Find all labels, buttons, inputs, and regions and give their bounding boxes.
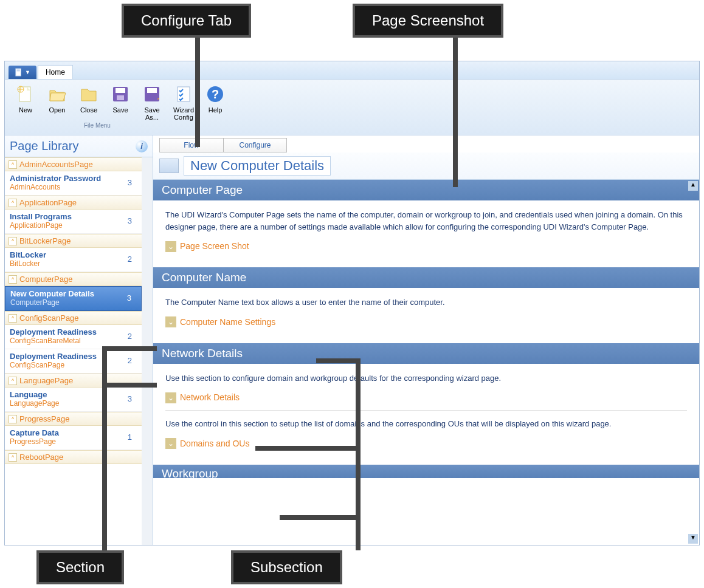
library-item[interactable]: New Computer DetailsComputerPage3 (5, 286, 142, 311)
content-area: ▲ ▼ Computer PageThe UDI Wizard's Comput… (153, 180, 699, 545)
item-subtitle: LanguagePage (10, 399, 59, 408)
item-title: Administrator Password (10, 174, 101, 183)
subsection-toggle[interactable]: ⌄Network Details (165, 391, 687, 404)
category-header[interactable]: ^ConfigScanPage (5, 311, 142, 325)
category-header[interactable]: ^BitLockerPage (5, 234, 142, 248)
category-header[interactable]: ^RebootPage (5, 450, 142, 464)
scroll-down-button[interactable]: ▼ (688, 534, 698, 544)
callout-line (280, 515, 359, 520)
ribbon-new-button[interactable]: New (10, 82, 41, 135)
page-thumbnail-icon (159, 159, 179, 173)
expand-icon: ^ (9, 314, 17, 323)
category-header[interactable]: ^ApplicationPage (5, 196, 142, 210)
callout-line (102, 346, 107, 550)
panel-title: Page Library (10, 139, 78, 153)
app-window: ▼ Home New Open Close Save Save As... Wi… (4, 61, 700, 545)
category-header[interactable]: ^ComputerPage (5, 272, 142, 286)
callout-line (102, 383, 157, 388)
ribbon-group-label: File Menu (84, 122, 111, 129)
page-title-row: New Computer Details (153, 152, 699, 180)
checklist-icon (173, 83, 195, 105)
item-subtitle: ConfigScanBareMetal (10, 337, 97, 345)
library-item[interactable]: Administrator PasswordAdminAccounts3 (5, 171, 142, 196)
item-count: 3 (128, 394, 137, 403)
section-desc: The Computer Name text box allows a user… (165, 296, 687, 309)
folder-icon (78, 83, 100, 105)
ribbon-help-button[interactable]: ? Help (199, 82, 231, 135)
app-menu-button[interactable]: ▼ (9, 66, 36, 79)
ribbon: New Open Close Save Save As... Wizard Co… (5, 80, 699, 135)
scrollbar-thumb[interactable] (143, 159, 151, 256)
folder-open-icon (46, 83, 68, 105)
category-header[interactable]: ^ProgressPage (5, 412, 142, 426)
callout-line (316, 358, 359, 363)
ribbon-label: New (19, 106, 32, 114)
section-body: The UDI Wizard's Computer Page sets the … (153, 200, 699, 267)
expand-icon: ^ (9, 160, 17, 169)
callout-subsection: Subsection (231, 550, 342, 584)
save-icon (109, 83, 131, 105)
subsection-toggle[interactable]: ⌄Computer Name Settings (165, 316, 687, 329)
subsection-toggle[interactable]: ⌄Domains and OUs (165, 437, 687, 450)
chevron-down-icon: ▼ (25, 69, 30, 75)
expand-icon: ^ (9, 199, 17, 207)
scroll-up-button[interactable]: ▲ (688, 181, 698, 191)
tab-flow[interactable]: Flow (159, 138, 223, 152)
callout-line (453, 35, 458, 187)
svg-rect-10 (147, 88, 157, 93)
ribbon-label: Save (112, 106, 128, 114)
library-item[interactable]: LanguageLanguagePage3 (5, 388, 142, 412)
subsection-name: Domains and OUs (180, 437, 249, 450)
callout-page-screenshot: Page Screenshot (353, 4, 503, 38)
callout-line (356, 358, 361, 550)
category-name: RebootPage (19, 453, 63, 462)
ribbon-label: Wizard Config (171, 106, 196, 121)
chevron-down-icon: ⌄ (165, 316, 176, 327)
svg-rect-2 (17, 70, 20, 71)
library-item[interactable]: Capture DataProgressPage1 (5, 426, 142, 450)
callout-section: Section (36, 550, 124, 584)
subsection-name: Network Details (180, 391, 240, 404)
section-desc: The UDI Wizard's Computer Page sets the … (165, 209, 687, 233)
category-name: ComputerPage (19, 275, 72, 284)
item-title: Capture Data (10, 428, 59, 437)
right-panel: Flow Configure New Computer Details ▲ ▼ … (153, 135, 699, 545)
item-subtitle: AdminAccounts (10, 183, 101, 191)
svg-rect-7 (116, 88, 125, 93)
library-item[interactable]: Install ProgramsApplicationPage3 (5, 210, 142, 234)
section-body: Use this section to configure domain and… (153, 364, 699, 465)
expand-icon: ^ (9, 415, 17, 423)
tab-configure[interactable]: Configure (223, 138, 287, 152)
chevron-down-icon: ⌄ (165, 241, 176, 252)
callout-line (102, 346, 157, 351)
info-icon[interactable]: i (136, 140, 148, 152)
library-item[interactable]: Deployment ReadinessConfigScanPage2 (5, 349, 142, 374)
section-header: Network Details (153, 343, 699, 364)
tab-row: Flow Configure (153, 135, 699, 152)
item-subtitle: BitLocker (10, 259, 46, 268)
category-name: LanguagePage (19, 376, 73, 385)
ribbon-open-button[interactable]: Open (41, 82, 73, 135)
tab-home[interactable]: Home (38, 65, 73, 79)
ribbon-label: Close (80, 106, 97, 114)
new-file-icon (15, 83, 36, 105)
expand-icon: ^ (9, 237, 17, 245)
item-title: New Computer Details (10, 289, 94, 298)
body: Page Library i ▼ ^AdminAccountsPageAdmin… (5, 135, 699, 545)
help-icon: ? (204, 83, 226, 105)
library-item[interactable]: Deployment ReadinessConfigScanBareMetal2 (5, 325, 142, 349)
item-subtitle: ConfigScanPage (10, 361, 97, 369)
titlebar: ▼ Home (5, 61, 699, 80)
item-count: 2 (128, 356, 137, 365)
section-header-partial: Workgroup (153, 465, 699, 478)
library-item[interactable]: BitLockerBitLocker2 (5, 248, 142, 272)
category-header[interactable]: ^AdminAccountsPage (5, 157, 142, 171)
item-title: Deployment Readiness (10, 352, 97, 361)
left-panel: Page Library i ▼ ^AdminAccountsPageAdmin… (5, 135, 153, 545)
subsection-toggle[interactable]: ⌄Page Screen Shot (165, 240, 687, 253)
ribbon-save-as-button[interactable]: Save As... (136, 82, 168, 135)
item-subtitle: ApplicationPage (10, 221, 72, 230)
scroll-down-button[interactable]: ▼ (142, 534, 152, 544)
category-name: AdminAccountsPage (19, 160, 93, 169)
save-as-icon (141, 83, 163, 105)
